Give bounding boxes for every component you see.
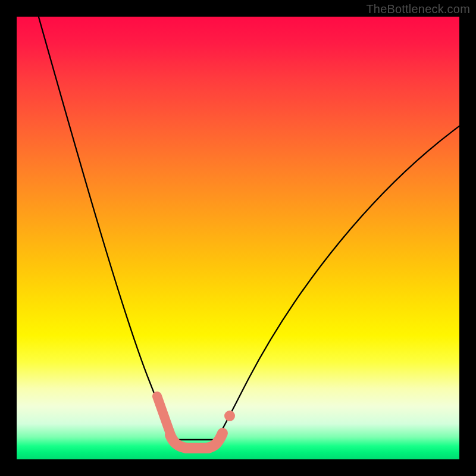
bottleneck-curve: [17, 17, 459, 459]
chart-container: TheBottleneck.com: [0, 0, 476, 476]
marker-right-upper: [224, 411, 235, 421]
curve-left-arm: [37, 17, 173, 440]
plot-area: [17, 17, 459, 459]
marker-left-upper: [157, 396, 170, 433]
watermark-text: TheBottleneck.com: [366, 2, 470, 16]
curve-right-arm: [217, 123, 459, 440]
marker-right-lower: [207, 433, 223, 448]
